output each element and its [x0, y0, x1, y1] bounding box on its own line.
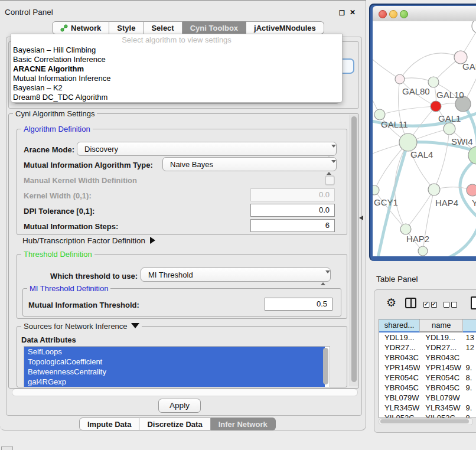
collapse-arrow-icon[interactable] [131, 323, 139, 328]
tab-jactivemnodules[interactable]: jActiveMNodules [246, 21, 324, 34]
network-node[interactable] [472, 21, 476, 34]
which-threshold-value: MI Threshold [148, 270, 193, 279]
mi-threshold-field[interactable]: 0.5 [265, 298, 332, 311]
tab-discretize-data[interactable]: Discretize Data [139, 418, 210, 431]
aracne-mode-value: Discovery [84, 145, 118, 154]
table-horizontal-scrollbar[interactable] [379, 418, 473, 425]
table-row[interactable]: YIL052CYIL052C8 [379, 413, 476, 418]
tab-impute-data[interactable]: Impute Data [79, 418, 139, 431]
node-label-gal11: GAL11 [381, 119, 408, 129]
attribute-item-gal4rgexp[interactable]: gal4RGexp [24, 377, 325, 387]
table-cell: 13 [463, 332, 476, 343]
apply-button[interactable]: Apply [158, 399, 201, 413]
close-traffic-light-icon[interactable] [379, 10, 387, 18]
gear-icon[interactable]: ⚙ [386, 296, 396, 309]
dropdown-item-aracne-algorithm[interactable]: ARACNE Algorithm [11, 64, 342, 74]
attribute-item-topologicalcoefficient[interactable]: TopologicalCoefficient [24, 357, 325, 367]
attributes-scrollbar-thumb[interactable] [323, 348, 328, 384]
network-node[interactable] [399, 133, 417, 151]
table-cell: 8 [463, 413, 476, 418]
dropdown-item-mutual-information-inference[interactable]: Mutual Information Inference [11, 74, 342, 83]
tab-style[interactable]: Style [109, 21, 144, 34]
table-cell: YIL052C [379, 413, 420, 418]
tab-network[interactable]: Network [52, 21, 109, 34]
column-header-shared[interactable]: shared... [379, 319, 420, 332]
network-icon [60, 24, 68, 32]
settings-scrollbar[interactable] [350, 115, 358, 386]
show-columns-icon[interactable] [423, 299, 439, 310]
table-cell: 8. [463, 373, 476, 383]
float-window-icon[interactable]: ❐ [339, 9, 345, 17]
table-cell: YLR345W [379, 403, 420, 413]
table-row[interactable]: YBL079WYBL079W [379, 393, 476, 403]
network-node[interactable] [467, 184, 476, 196]
table-cell [463, 353, 476, 363]
table-row[interactable]: YPR145WYPR145W9. [379, 363, 476, 373]
table-row[interactable]: YLR345WYLR345W9. [379, 403, 476, 413]
hide-columns-icon[interactable] [444, 299, 459, 310]
sources-title-label: Sources for Network Inference [24, 322, 128, 331]
kernel-width-label: Kernel Width (0,1): [24, 191, 92, 200]
tab-infer-network[interactable]: Infer Network [211, 418, 276, 431]
table-row[interactable]: YBR043CYBR043C [379, 353, 476, 363]
node-label-gal: GAL [462, 61, 476, 71]
dpi-tolerance-field[interactable]: 0.0 [250, 204, 335, 217]
bottom-left-button-fragment[interactable] [1, 446, 13, 450]
mi-steps-label: Mutual Information Steps: [24, 222, 118, 231]
network-node[interactable] [431, 101, 441, 112]
dropdown-item-bayesian-k2[interactable]: Bayesian – K2 [11, 83, 342, 93]
export-table-icon[interactable] [471, 296, 476, 309]
mi-algorithm-type-combobox[interactable]: Naive Bayes [162, 157, 337, 171]
table-row[interactable]: YDL19...YDL19...13 [379, 332, 476, 343]
dropdown-item-bayesian-hill-climbing[interactable]: Bayesian – Hill Climbing [11, 45, 342, 55]
which-threshold-combobox[interactable]: MI Threshold [141, 268, 331, 282]
columns-icon[interactable] [405, 298, 416, 308]
table-scrollbar-thumb[interactable] [380, 419, 469, 423]
mi-steps-field[interactable]: 6 [250, 219, 335, 232]
network-node[interactable] [418, 246, 428, 256]
aracne-mode-combobox[interactable]: Discovery [77, 142, 337, 156]
network-node[interactable] [373, 185, 379, 195]
table-cell: YPR145W [379, 363, 420, 373]
expand-arrow-icon[interactable] [150, 237, 155, 244]
data-attributes-list[interactable]: SelfLoopsTopologicalCoefficientBetweenne… [24, 346, 330, 387]
dropdown-item-basic-correlation-inference[interactable]: Basic Correlation Inference [11, 55, 342, 64]
table-cell: YBL079W [420, 393, 463, 403]
column-header-name[interactable]: name [420, 319, 463, 332]
table-cell: 12 [463, 343, 476, 353]
table-row[interactable]: YDR27...YDR27...12 [379, 343, 476, 353]
network-node[interactable] [400, 224, 411, 234]
network-node[interactable] [428, 184, 440, 195]
table-cell: YBR045C [379, 383, 420, 393]
network-window-titlebar[interactable] [373, 6, 476, 22]
zoom-traffic-light-icon[interactable] [400, 10, 408, 18]
mouse-cursor [359, 216, 363, 220]
attribute-item-betweennesscentrality[interactable]: BetweennessCentrality [24, 367, 325, 377]
network-node[interactable] [444, 123, 455, 135]
sources-title[interactable]: Sources for Network Inference [21, 322, 142, 331]
tab-select[interactable]: Select [144, 21, 182, 34]
table-row[interactable]: YER054CYER054C8. [379, 373, 476, 383]
tab-label: jActiveMNodules [254, 24, 316, 32]
table-row[interactable]: YBR045CYBR045C9. [379, 383, 476, 393]
manual-kernel-width-checkbox[interactable] [325, 175, 335, 185]
node-label-gal4: GAL4 [410, 149, 433, 159]
network-canvas[interactable]: GALGAL80GAL10GAL1GAL11SWI4GAL4GCY1HAP4YH… [373, 21, 476, 256]
node-label-gal1: GAL1 [438, 113, 461, 123]
hub-transcription-section[interactable]: Hub/Transcription Factor Definition [22, 236, 155, 245]
network-edge [449, 223, 476, 256]
tab-cyni-toolbox[interactable]: Cyni Toolbox [182, 21, 246, 34]
dropdown-prompt: Select algorithm to view settings [11, 34, 342, 45]
network-node[interactable] [374, 109, 385, 120]
settings-horizontal-scrollbar[interactable] [12, 389, 358, 396]
dropdown-item-dream8-dc-tdc-algorithm[interactable]: Dream8 DC_TDC Algorithm [11, 93, 342, 102]
node-table[interactable]: shared...nameAYDL19...YDL19...13YDR27...… [379, 319, 476, 418]
column-header-a[interactable]: A [463, 319, 476, 332]
settings-scrollbar-thumb[interactable] [351, 116, 357, 382]
kernel-width-field[interactable]: 0.0 [250, 188, 335, 201]
attribute-item-selfloops[interactable]: SelfLoops [24, 347, 325, 357]
minimize-traffic-light-icon[interactable] [389, 10, 397, 18]
close-panel-icon[interactable]: ✕ [350, 8, 356, 17]
tab-label: Network [71, 24, 101, 32]
network-node[interactable] [395, 74, 405, 84]
